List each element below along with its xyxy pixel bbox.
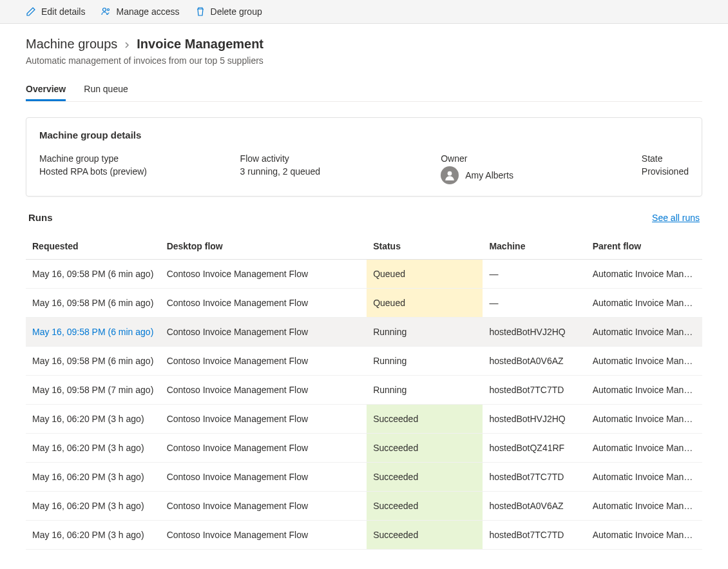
cell-requested: May 16, 06:20 PM (3 h ago) <box>26 405 160 434</box>
table-row[interactable]: May 16, 06:20 PM (3 h ago)Contoso Invoic… <box>26 521 702 550</box>
cell-machine: hostedBotHVJ2HQ <box>483 318 586 347</box>
cell-desktop-flow: Contoso Invoice Management Flow <box>160 376 367 405</box>
see-all-runs-link[interactable]: See all runs <box>652 213 700 223</box>
cell-status: Queued <box>367 289 483 318</box>
cell-desktop-flow: Contoso Invoice Management Flow <box>160 260 367 289</box>
cell-parent-flow: Automatic Invoice Manage... <box>586 347 702 376</box>
cell-parent-flow: Automatic Invoice Manage... <box>586 405 702 434</box>
cell-requested: May 16, 09:58 PM (6 min ago) <box>26 289 160 318</box>
cell-desktop-flow: Contoso Invoice Management Flow <box>160 318 367 347</box>
cell-machine: hostedBot7TC7TD <box>483 521 586 550</box>
manage-access-button[interactable]: Manage access <box>101 6 179 17</box>
edit-label: Edit details <box>41 6 85 17</box>
cell-machine: hostedBotQZ41RF <box>483 434 586 463</box>
cell-machine: hostedBotHVJ2HQ <box>483 405 586 434</box>
main-content: Machine groups Invoice Management Automa… <box>0 24 728 563</box>
col-desktop-flow[interactable]: Desktop flow <box>160 233 367 260</box>
trash-icon <box>195 6 206 17</box>
cell-parent-flow: Automatic Invoice Manage... <box>586 492 702 521</box>
cell-desktop-flow: Contoso Invoice Management Flow <box>160 521 367 550</box>
cell-parent-flow: Automatic Invoice Manage... <box>586 376 702 405</box>
cell-desktop-flow: Contoso Invoice Management Flow <box>160 434 367 463</box>
type-label: Machine group type <box>39 153 215 164</box>
cell-status: Succeeded <box>367 463 483 492</box>
toolbar: Edit details Manage access Delete group <box>0 0 728 24</box>
col-requested[interactable]: Requested <box>26 233 160 260</box>
table-row[interactable]: May 16, 09:58 PM (6 min ago)Contoso Invo… <box>26 260 702 289</box>
details-card-title: Machine group details <box>39 130 689 140</box>
cell-requested: May 16, 09:58 PM (6 min ago) <box>26 260 160 289</box>
cell-machine: hostedBotA0V6AZ <box>483 347 586 376</box>
cell-status: Succeeded <box>367 492 483 521</box>
machine-group-details-card: Machine group details Machine group type… <box>26 117 702 197</box>
owner-value: Amy Alberts <box>465 170 513 180</box>
manage-label: Manage access <box>116 6 179 17</box>
tab-overview[interactable]: Overview <box>26 79 66 101</box>
table-row[interactable]: May 16, 06:20 PM (3 h ago)Contoso Invoic… <box>26 492 702 521</box>
cell-status: Succeeded <box>367 521 483 550</box>
cell-parent-flow: Automatic Invoice Manage... <box>586 318 702 347</box>
chevron-right-icon <box>124 37 130 52</box>
cell-machine: hostedBot7TC7TD <box>483 376 586 405</box>
cell-requested: May 16, 06:20 PM (3 h ago) <box>26 521 160 550</box>
avatar <box>441 166 459 184</box>
detail-owner: Owner Amy Alberts <box>441 153 616 184</box>
cell-status: Queued <box>367 260 483 289</box>
edit-icon <box>26 6 36 17</box>
cell-parent-flow: Automatic Invoice Manage... <box>586 289 702 318</box>
cell-status: Running <box>367 376 483 405</box>
detail-state: State Provisioned <box>642 153 689 184</box>
cell-requested: May 16, 06:20 PM (3 h ago) <box>26 434 160 463</box>
runs-table: Requested Desktop flow Status Machine Pa… <box>26 233 702 550</box>
cell-desktop-flow: Contoso Invoice Management Flow <box>160 347 367 376</box>
tabs: Overview Run queue <box>26 79 702 102</box>
col-machine[interactable]: Machine <box>483 233 586 260</box>
cell-machine: hostedBot7TC7TD <box>483 463 586 492</box>
cell-desktop-flow: Contoso Invoice Management Flow <box>160 492 367 521</box>
state-label: State <box>642 153 689 164</box>
activity-value: 3 running, 2 queued <box>240 166 416 177</box>
page-subtitle: Automatic management of invoices from ou… <box>26 55 702 66</box>
breadcrumb-current: Invoice Management <box>137 37 263 52</box>
cell-machine: hostedBotA0V6AZ <box>483 492 586 521</box>
cell-machine: — <box>483 260 586 289</box>
table-row[interactable]: May 16, 09:58 PM (6 min ago)Contoso Invo… <box>26 347 702 376</box>
detail-type: Machine group type Hosted RPA bots (prev… <box>39 153 215 184</box>
cell-requested: May 16, 09:58 PM (6 min ago) <box>26 347 160 376</box>
cell-parent-flow: Automatic Invoice Manage... <box>586 260 702 289</box>
cell-parent-flow: Automatic Invoice Manage... <box>586 434 702 463</box>
cell-status: Succeeded <box>367 434 483 463</box>
cell-requested: May 16, 06:20 PM (3 h ago) <box>26 463 160 492</box>
svg-point-0 <box>103 8 106 12</box>
cell-requested: May 16, 09:58 PM (6 min ago) <box>26 318 160 347</box>
delete-group-button[interactable]: Delete group <box>195 6 262 17</box>
table-row[interactable]: May 16, 09:58 PM (6 min ago)Contoso Invo… <box>26 289 702 318</box>
cell-desktop-flow: Contoso Invoice Management Flow <box>160 289 367 318</box>
table-row[interactable]: May 16, 09:58 PM (6 min ago)Contoso Invo… <box>26 318 702 347</box>
table-row[interactable]: May 16, 09:58 PM (7 min ago)Contoso Invo… <box>26 376 702 405</box>
col-status[interactable]: Status <box>367 233 483 260</box>
edit-details-button[interactable]: Edit details <box>26 6 85 17</box>
breadcrumb-parent[interactable]: Machine groups <box>26 37 117 52</box>
cell-requested: May 16, 06:20 PM (3 h ago) <box>26 492 160 521</box>
breadcrumb: Machine groups Invoice Management <box>26 37 702 52</box>
cell-status: Succeeded <box>367 405 483 434</box>
cell-parent-flow: Automatic Invoice Manage... <box>586 521 702 550</box>
table-row[interactable]: May 16, 06:20 PM (3 h ago)Contoso Invoic… <box>26 434 702 463</box>
delete-label: Delete group <box>211 6 262 17</box>
table-row[interactable]: May 16, 06:20 PM (3 h ago)Contoso Invoic… <box>26 463 702 492</box>
activity-label: Flow activity <box>240 153 416 164</box>
cell-requested: May 16, 09:58 PM (7 min ago) <box>26 376 160 405</box>
table-header-row: Requested Desktop flow Status Machine Pa… <box>26 233 702 260</box>
manage-access-icon <box>101 6 111 17</box>
table-row[interactable]: May 16, 06:20 PM (3 h ago)Contoso Invoic… <box>26 405 702 434</box>
cell-machine: — <box>483 289 586 318</box>
cell-status: Running <box>367 318 483 347</box>
person-icon <box>444 169 455 181</box>
owner-label: Owner <box>441 153 616 164</box>
col-parent-flow[interactable]: Parent flow <box>586 233 702 260</box>
detail-activity: Flow activity 3 running, 2 queued <box>240 153 416 184</box>
cell-desktop-flow: Contoso Invoice Management Flow <box>160 463 367 492</box>
tab-run-queue[interactable]: Run queue <box>84 79 128 101</box>
cell-desktop-flow: Contoso Invoice Management Flow <box>160 405 367 434</box>
